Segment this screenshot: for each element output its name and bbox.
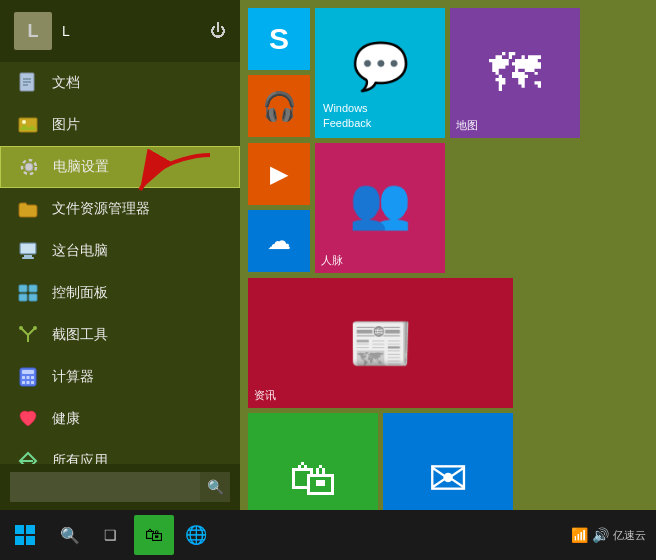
svg-rect-14 [19, 294, 27, 301]
tiles-row-4: 🛍 应用商店 ✉ 邮件 [248, 413, 648, 510]
svg-rect-34 [26, 536, 35, 545]
menu-item-pictures[interactable]: 图片 [0, 104, 240, 146]
tray-volume-icon[interactable]: 🔊 [592, 527, 609, 543]
tile-people[interactable]: 👥 人脉 [315, 143, 445, 273]
tile-headphone[interactable]: 🎧 [248, 75, 310, 137]
feedback-chat-icon: 💬 [352, 39, 409, 93]
svg-rect-22 [27, 376, 30, 379]
taskbar-item-store[interactable]: 🛍 [134, 515, 174, 555]
menu-items-list: 文档 图片 [0, 62, 240, 464]
svg-rect-9 [24, 255, 32, 257]
tile-windows-feedback[interactable]: 💬 WindowsFeedback [315, 8, 445, 138]
user-name: L [62, 23, 210, 39]
user-avatar[interactable]: L [14, 12, 52, 50]
spacer [450, 143, 580, 273]
small-tiles-col-2: ▶ ☁ [248, 143, 310, 273]
menu-label-calculator: 计算器 [52, 368, 94, 386]
tile-news[interactable]: 📰 资讯 [248, 278, 513, 408]
small-tiles-col: S 🎧 [248, 8, 310, 138]
svg-rect-11 [21, 244, 35, 253]
tile-mail[interactable]: ✉ 邮件 [383, 413, 513, 510]
calculator-icon [14, 363, 42, 391]
search-icon: 🔍 [60, 526, 80, 545]
svg-rect-33 [15, 536, 24, 545]
map-label: 地图 [456, 118, 478, 133]
computer-icon [14, 237, 42, 265]
tray-yuntext[interactable]: 亿速云 [613, 528, 646, 543]
doc-icon [14, 69, 42, 97]
ie-icon: 🌐 [185, 524, 207, 546]
start-menu: L L ⏻ 文档 [0, 0, 656, 510]
news-label: 资讯 [254, 388, 276, 403]
taskbar-item-ie[interactable]: 🌐 [176, 515, 216, 555]
svg-rect-12 [19, 285, 27, 292]
svg-rect-32 [26, 525, 35, 534]
svg-point-5 [22, 120, 26, 124]
health-icon [14, 405, 42, 433]
svg-rect-26 [31, 381, 34, 384]
spacer2 [518, 278, 648, 408]
menu-item-control-panel[interactable]: 控制面板 [0, 272, 240, 314]
start-button[interactable] [0, 510, 50, 560]
search-button[interactable]: 🔍 [200, 472, 230, 502]
menu-item-health[interactable]: 健康 [0, 398, 240, 440]
power-icon[interactable]: ⏻ [210, 22, 226, 40]
svg-marker-27 [20, 453, 36, 464]
menu-item-pc-settings[interactable]: 电脑设置 [0, 146, 240, 188]
onedrive-icon: ☁ [267, 227, 291, 255]
tiles-row-3: 📰 资讯 [248, 278, 648, 408]
menu-item-documents[interactable]: 文档 [0, 62, 240, 104]
menu-item-calculator[interactable]: 计算器 [0, 356, 240, 398]
menu-label-this-pc: 这台电脑 [52, 242, 108, 260]
svg-rect-24 [22, 381, 25, 384]
control-panel-icon [14, 279, 42, 307]
taskbar-search[interactable]: 🔍 [52, 517, 88, 553]
menu-label-pictures: 图片 [52, 116, 80, 134]
desktop: L L ⏻ 文档 [0, 0, 656, 510]
mail-icon: ✉ [428, 450, 468, 506]
svg-point-17 [33, 326, 37, 330]
tile-skype[interactable]: S [248, 8, 310, 70]
task-view-icon: ❑ [104, 527, 117, 543]
user-area: L L ⏻ [0, 0, 240, 62]
tile-store[interactable]: 🛍 应用商店 [248, 413, 378, 510]
search-bar: 🔍 [0, 464, 240, 510]
svg-rect-13 [29, 285, 37, 292]
settings-icon [15, 153, 43, 181]
tiles-row-1: S 🎧 💬 WindowsFeedback 🗺 地图 [248, 8, 648, 138]
taskbar-task-view[interactable]: ❑ [92, 517, 128, 553]
menu-item-all-apps[interactable]: 所有应用 [0, 440, 240, 464]
windows-logo-icon [13, 523, 37, 547]
menu-label-documents: 文档 [52, 74, 80, 92]
spacer3 [518, 413, 648, 510]
menu-item-this-pc[interactable]: 这台电脑 [0, 230, 240, 272]
people-label: 人脉 [321, 253, 343, 268]
tile-video[interactable]: ▶ [248, 143, 310, 205]
menu-label-all-apps: 所有应用 [52, 452, 108, 464]
left-panel: L L ⏻ 文档 [0, 0, 240, 510]
menu-item-snipping[interactable]: 截图工具 [0, 314, 240, 356]
svg-rect-25 [27, 381, 30, 384]
svg-rect-20 [22, 370, 34, 374]
headphone-icon: 🎧 [262, 90, 297, 123]
svg-rect-10 [22, 257, 34, 259]
menu-label-control-panel: 控制面板 [52, 284, 108, 302]
tray-network-icon[interactable]: 📶 [571, 527, 588, 543]
all-apps-icon [14, 447, 42, 464]
store-taskbar-icon: 🛍 [145, 525, 163, 546]
svg-rect-15 [29, 294, 37, 301]
svg-rect-21 [22, 376, 25, 379]
people-icon: 👥 [349, 174, 411, 232]
tile-map[interactable]: 🗺 地图 [450, 8, 580, 138]
taskbar: 🔍 ❑ 🛍 🌐 📶 🔊 亿速云 [0, 510, 656, 560]
windows-feedback-label: WindowsFeedback [323, 101, 371, 130]
tile-onedrive[interactable]: ☁ [248, 210, 310, 272]
svg-rect-23 [31, 376, 34, 379]
menu-label-snipping: 截图工具 [52, 326, 108, 344]
menu-label-health: 健康 [52, 410, 80, 428]
menu-label-pc-settings: 电脑设置 [53, 158, 109, 176]
menu-item-file-explorer[interactable]: 文件资源管理器 [0, 188, 240, 230]
search-input[interactable] [10, 472, 200, 502]
tiles-panel: S 🎧 💬 WindowsFeedback 🗺 地图 [240, 0, 656, 510]
menu-label-file-explorer: 文件资源管理器 [52, 200, 150, 218]
